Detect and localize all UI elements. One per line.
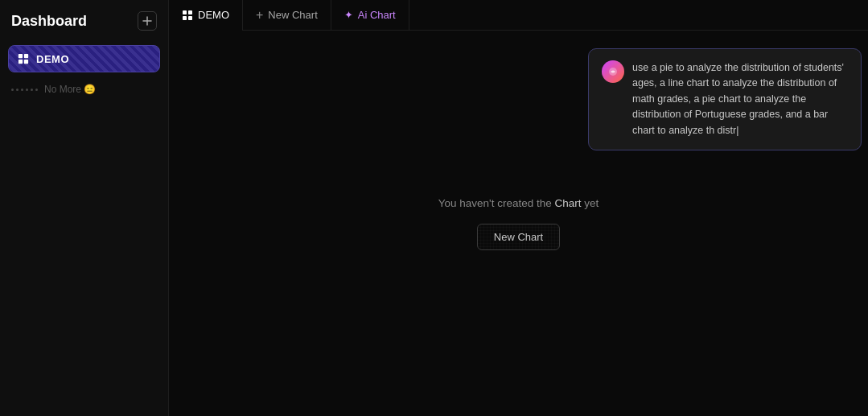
tab-ai-chart[interactable]: ✦ Ai Chart	[331, 0, 409, 31]
svg-rect-6	[183, 16, 187, 20]
dot-2	[16, 89, 19, 91]
tab-ai-chart-label: Ai Chart	[358, 9, 396, 21]
empty-text-chart: Chart	[554, 197, 581, 209]
sidebar-item-demo[interactable]: DEMO	[8, 45, 160, 72]
empty-text-prefix: You haven't created the	[438, 197, 555, 209]
dot-1	[11, 89, 14, 91]
sparkle-icon: ✦	[344, 9, 353, 21]
add-dashboard-button[interactable]	[138, 11, 157, 31]
tab-demo[interactable]: DEMO	[169, 0, 243, 31]
svg-rect-0	[19, 54, 23, 58]
ai-avatar	[602, 60, 624, 83]
svg-rect-3	[24, 60, 28, 64]
sidebar-title: Dashboard	[11, 13, 87, 30]
sidebar-header: Dashboard	[8, 11, 160, 31]
main-content: DEMO + New Chart ✦ Ai Chart use a pie to…	[169, 0, 868, 416]
content-area: use a pie to analyze the distribution of…	[169, 31, 868, 416]
new-chart-button-label: New Chart	[494, 231, 543, 243]
grid-icon	[17, 52, 30, 65]
sidebar: Dashboard DEMO No More 😑	[0, 0, 169, 416]
new-chart-button[interactable]: New Chart	[477, 224, 560, 250]
top-nav: DEMO + New Chart ✦ Ai Chart	[169, 0, 868, 31]
ai-tooltip-text: use a pie to analyze the distribution of…	[632, 60, 848, 138]
no-more-label: No More 😑	[44, 84, 96, 95]
tab-new-chart-label: New Chart	[268, 9, 317, 21]
demo-grid-icon	[182, 10, 193, 21]
plus-icon: +	[256, 8, 263, 23]
divider-dots	[11, 89, 38, 91]
svg-rect-7	[188, 16, 192, 20]
sidebar-item-demo-label: DEMO	[36, 53, 69, 65]
svg-rect-4	[183, 10, 187, 14]
svg-rect-2	[19, 60, 23, 64]
dot-5	[31, 89, 33, 91]
tab-new-chart[interactable]: + New Chart	[243, 0, 331, 31]
sidebar-divider: No More 😑	[8, 84, 160, 95]
dot-3	[21, 89, 23, 91]
empty-state-text: You haven't created the Chart yet	[438, 197, 599, 209]
tab-demo-label: DEMO	[198, 9, 229, 21]
dot-4	[26, 89, 28, 91]
ai-tooltip: use a pie to analyze the distribution of…	[588, 48, 862, 150]
dot-6	[35, 89, 38, 91]
svg-rect-1	[24, 54, 28, 58]
empty-text-suffix: yet	[581, 197, 599, 209]
empty-state: You haven't created the Chart yet New Ch…	[438, 197, 599, 250]
svg-rect-5	[188, 10, 192, 14]
